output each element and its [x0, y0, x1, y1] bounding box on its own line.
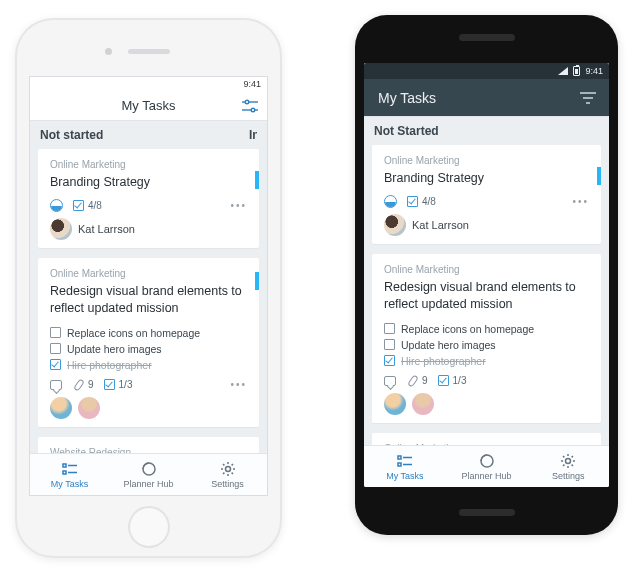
tab-my-tasks[interactable]: My Tasks — [30, 454, 109, 495]
checklist-item-label: Hire photographer — [401, 355, 486, 367]
iphone-screen: 9:41 My Tasks Not started In Online Mark… — [29, 76, 268, 496]
checklist-item[interactable]: Replace icons on homepage — [384, 321, 589, 337]
avatar[interactable] — [412, 393, 434, 415]
task-card[interactable]: Website Redesign Include social media ta… — [38, 437, 259, 453]
pixel-device: 9:41 My Tasks Not Started Online Marketi… — [355, 15, 618, 535]
gear-icon — [560, 453, 576, 469]
checkbox-icon[interactable] — [384, 323, 395, 334]
attachment-count: 9 — [88, 379, 94, 390]
tab-settings[interactable]: Settings — [188, 454, 267, 495]
tab-settings[interactable]: Settings — [527, 446, 609, 487]
more-icon[interactable]: ••• — [230, 200, 247, 211]
planner-hub-icon — [479, 453, 495, 469]
checklist: Replace icons on homepage Update hero im… — [384, 321, 589, 369]
plan-name: Online Marketing — [384, 155, 589, 166]
tab-label: Settings — [211, 479, 244, 489]
checklist-tab-icon — [397, 453, 413, 469]
pixel-bottom-speaker — [459, 509, 515, 516]
assignees — [50, 397, 247, 419]
svg-point-9 — [225, 466, 230, 471]
ios-status-bar: 9:41 — [30, 77, 267, 91]
android-status-time: 9:41 — [585, 66, 603, 76]
avatar[interactable] — [50, 218, 72, 240]
assignees: Kat Larrson — [50, 218, 247, 240]
more-icon[interactable]: ••• — [572, 196, 589, 207]
checklist-count: 4/8 — [407, 196, 436, 207]
checklist-item[interactable]: Replace icons on homepage — [50, 325, 247, 341]
checkbox-icon[interactable] — [50, 343, 61, 354]
attachment-icon — [406, 375, 418, 387]
plan-name: Online Marketing — [384, 264, 589, 275]
assignees: Kat Larrson — [384, 214, 589, 236]
more-icon[interactable]: ••• — [230, 379, 247, 390]
plan-name: Online Marketing — [50, 268, 247, 279]
android-tabbar: My Tasks Planner Hub Settings — [364, 445, 609, 487]
progress-icon — [384, 195, 397, 208]
checklist-item-label: Replace icons on homepage — [401, 323, 534, 335]
checklist-item[interactable]: Update hero images — [50, 341, 247, 357]
filter-icon[interactable] — [241, 99, 259, 113]
svg-point-18 — [566, 458, 571, 463]
checklist-item-label: Update hero images — [401, 339, 496, 351]
task-card[interactable]: Online Marketing Redesign visual brand e… — [38, 258, 259, 427]
task-card[interactable]: Online Marketing — [372, 433, 601, 445]
avatar[interactable] — [384, 214, 406, 236]
iphone-home-button[interactable] — [128, 506, 170, 548]
android-status-bar: 9:41 — [364, 63, 609, 79]
checklist-item[interactable]: Hire photographer — [384, 353, 589, 369]
svg-rect-15 — [398, 463, 401, 466]
task-meta: 9 1/3 — [384, 375, 589, 387]
tab-planner-hub[interactable]: Planner Hub — [109, 454, 188, 495]
gear-icon — [220, 461, 236, 477]
checklist-icon — [73, 200, 84, 211]
attachments: 9 — [406, 375, 428, 387]
tab-label: Settings — [552, 471, 585, 481]
tab-label: My Tasks — [51, 479, 88, 489]
ios-nav-bar: My Tasks — [30, 91, 267, 121]
avatar[interactable] — [50, 397, 72, 419]
android-column-header[interactable]: Not Started — [364, 117, 609, 145]
progress-indicator — [384, 195, 397, 208]
task-title: Redesign visual brand elements to reflec… — [384, 279, 589, 313]
checkbox-icon[interactable] — [50, 327, 61, 338]
tab-planner-hub[interactable]: Planner Hub — [446, 446, 528, 487]
column-next-peek: In — [249, 128, 257, 142]
column-title: Not started — [40, 128, 103, 142]
checklist: Replace icons on homepage Update hero im… — [50, 325, 247, 373]
chat-icon — [50, 380, 62, 390]
svg-point-3 — [251, 108, 255, 112]
tab-label: Planner Hub — [461, 471, 511, 481]
checklist-item-label: Hire photographer — [67, 359, 152, 371]
checklist-item[interactable]: Update hero images — [384, 337, 589, 353]
signal-icon — [558, 67, 568, 75]
checklist-tab-icon — [62, 461, 78, 477]
plan-name: Online Marketing — [50, 159, 247, 170]
ios-card-list[interactable]: Online Marketing Branding Strategy 4/8 •… — [30, 149, 267, 453]
checklist-item[interactable]: Hire photographer — [50, 357, 247, 373]
checklist-icon — [407, 196, 418, 207]
task-meta: 9 1/3 ••• — [50, 379, 247, 391]
checkbox-icon[interactable] — [384, 355, 395, 366]
android-screen-body: 9:41 My Tasks Not Started Online Marketi… — [364, 63, 609, 445]
ios-status-time: 9:41 — [243, 79, 261, 89]
checklist-count-text: 4/8 — [422, 196, 436, 207]
avatar[interactable] — [78, 397, 100, 419]
iphone-camera — [105, 48, 112, 55]
task-card[interactable]: Online Marketing Redesign visual brand e… — [372, 254, 601, 423]
comments — [50, 380, 62, 390]
task-title: Redesign visual brand elements to reflec… — [50, 283, 247, 317]
task-card[interactable]: Online Marketing Branding Strategy 4/8 •… — [372, 145, 601, 244]
checkbox-icon[interactable] — [384, 339, 395, 350]
ios-column-header[interactable]: Not started In — [30, 121, 267, 149]
avatar[interactable] — [384, 393, 406, 415]
checkbox-icon[interactable] — [50, 359, 61, 370]
filter-icon[interactable] — [579, 91, 597, 105]
svg-rect-13 — [398, 456, 401, 459]
tab-my-tasks[interactable]: My Tasks — [364, 446, 446, 487]
tab-label: Planner Hub — [123, 479, 173, 489]
task-card[interactable]: Online Marketing Branding Strategy 4/8 •… — [38, 149, 259, 248]
checklist-icon — [104, 379, 115, 390]
android-card-list[interactable]: Online Marketing Branding Strategy 4/8 •… — [364, 145, 609, 445]
category-tag — [255, 171, 259, 189]
column-title: Not Started — [374, 124, 439, 138]
